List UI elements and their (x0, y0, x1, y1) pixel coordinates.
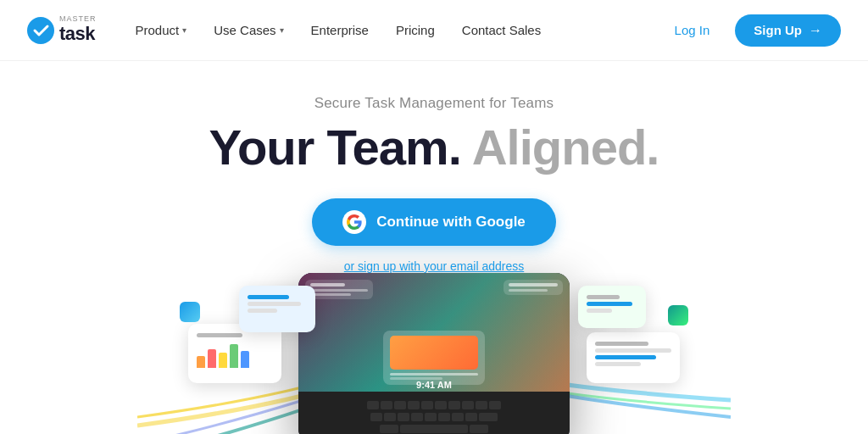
hero-title-light: Aligned. (461, 120, 659, 175)
hero-subtitle: Secure Task Management for Teams (314, 95, 554, 112)
email-signup-link[interactable]: or sign up with your email address (344, 259, 524, 273)
logo-name-wrap: master task (59, 15, 97, 45)
nav-pricing[interactable]: Pricing (384, 16, 447, 44)
logo-text: task (59, 23, 97, 45)
google-icon (347, 214, 362, 230)
nav-pricing-label: Pricing (396, 23, 435, 37)
hero-title: Your Team. Aligned. (209, 120, 659, 175)
nav-links: Product ▾ Use Cases ▾ Enterprise Pricing… (124, 16, 659, 44)
login-button[interactable]: Log In (659, 16, 726, 44)
navbar: master task Product ▾ Use Cases ▾ Enterp… (0, 0, 868, 61)
float-card-left-task (239, 286, 315, 332)
hero-title-bold: Your Team. (209, 120, 461, 175)
tablet-keyboard (298, 392, 570, 434)
signup-button[interactable]: Sign Up → (735, 14, 841, 47)
google-cta-button[interactable]: Continue with Google (312, 198, 556, 246)
float-badge-green (668, 305, 688, 326)
mini-chart (197, 342, 273, 368)
svg-point-0 (27, 17, 54, 44)
logo-master-label: master (59, 15, 97, 23)
nav-use-cases-chevron: ▾ (280, 25, 284, 35)
device-area: 9:41 AM (137, 248, 731, 434)
nav-enterprise-label: Enterprise (311, 23, 369, 37)
tablet-device: 9:41 AM (298, 273, 570, 434)
float-badge-blue (180, 302, 200, 322)
float-card-right-task (578, 286, 646, 328)
float-card-right-list (587, 332, 680, 383)
tablet-screen (298, 273, 570, 392)
tablet-time: 9:41 AM (416, 380, 452, 390)
signup-label: Sign Up (754, 23, 802, 37)
float-card-left-chart (188, 324, 281, 383)
nav-use-cases[interactable]: Use Cases ▾ (202, 16, 295, 44)
nav-contact-sales[interactable]: Contact Sales (450, 16, 553, 44)
nav-use-cases-label: Use Cases (214, 23, 275, 37)
logo-icon (27, 17, 54, 44)
nav-enterprise[interactable]: Enterprise (299, 16, 381, 44)
nav-product-chevron: ▾ (182, 25, 186, 35)
nav-actions: Log In Sign Up → (659, 14, 841, 47)
google-icon-wrap (342, 210, 366, 234)
nav-product[interactable]: Product ▾ (124, 16, 199, 44)
google-cta-label: Continue with Google (376, 214, 526, 231)
logo[interactable]: master task (27, 15, 97, 45)
nav-contact-sales-label: Contact Sales (462, 23, 541, 37)
hero-section: Secure Task Management for Teams Your Te… (0, 61, 868, 273)
signup-arrow-icon: → (809, 23, 822, 38)
nav-product-label: Product (136, 23, 180, 37)
